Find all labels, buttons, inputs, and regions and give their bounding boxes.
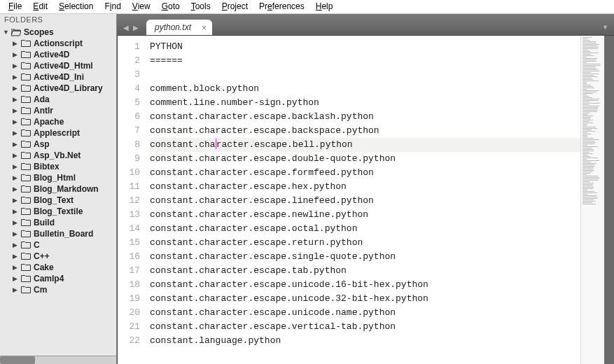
tree-item-label: Ada bbox=[34, 94, 50, 104]
menu-find[interactable]: Find bbox=[99, 0, 126, 13]
code-line[interactable]: constant.character.escape.hex.python bbox=[150, 180, 580, 194]
tree-item[interactable]: ▶Actionscript bbox=[0, 38, 116, 49]
menu-help[interactable]: Help bbox=[310, 0, 339, 13]
code-line[interactable]: constant.character.escape.unicode.32-bit… bbox=[150, 292, 580, 306]
vertical-scrollbar[interactable] bbox=[604, 36, 614, 364]
tree-item[interactable]: ▶Blog_Html bbox=[0, 172, 116, 183]
tree-item[interactable]: ▶Apache bbox=[0, 116, 116, 127]
scrollbar-thumb[interactable] bbox=[0, 356, 35, 364]
menu-goto[interactable]: Goto bbox=[156, 0, 186, 13]
tree-item[interactable]: ▶Active4D_Html bbox=[0, 60, 116, 71]
line-number: 7 bbox=[118, 124, 140, 138]
line-number: 16 bbox=[118, 250, 140, 264]
tree-item[interactable]: ▶C bbox=[0, 239, 116, 251]
folder-tree: ▼ Scopes ▶Actionscript▶Active4D▶Active4D… bbox=[0, 25, 116, 356]
tree-root-scopes[interactable]: ▼ Scopes bbox=[0, 27, 116, 38]
tree-item[interactable]: ▶Camlp4 bbox=[0, 273, 116, 284]
folder-icon bbox=[21, 218, 31, 227]
tree-item[interactable]: ▶Ada bbox=[0, 94, 116, 105]
code-line[interactable]: comment.block.python bbox=[150, 82, 580, 96]
code-line[interactable]: PYTHON bbox=[150, 40, 580, 54]
tree-item[interactable]: ▶Applescript bbox=[0, 127, 116, 139]
code-content[interactable]: PYTHON======comment.block.pythoncomment.… bbox=[146, 36, 580, 364]
menu-project[interactable]: Project bbox=[216, 0, 253, 13]
chevron-right-icon: ▶ bbox=[13, 253, 20, 260]
minimap[interactable] bbox=[580, 36, 604, 364]
chevron-right-icon: ▶ bbox=[13, 286, 20, 293]
minimap-line bbox=[582, 86, 593, 87]
minimap-line bbox=[582, 186, 593, 186]
code-line[interactable]: constant.character.escape.backspace.pyth… bbox=[150, 124, 580, 138]
minimap-line bbox=[582, 158, 598, 158]
minimap-line bbox=[582, 76, 597, 77]
chevron-right-icon: ▶ bbox=[13, 241, 20, 248]
tree-item[interactable]: ▶Asp bbox=[0, 139, 116, 150]
code-line[interactable]: constant.character.escape.vertical-tab.p… bbox=[150, 320, 580, 334]
code-line[interactable]: constant.character.escape.backlash.pytho… bbox=[150, 110, 580, 124]
code-line[interactable]: constant.character.escape.linefeed.pytho… bbox=[150, 194, 580, 208]
code-line[interactable]: constant.character.escape.unicode.name.p… bbox=[150, 306, 580, 320]
tree-item[interactable]: ▶Bibtex bbox=[0, 161, 116, 172]
nav-forward-icon[interactable]: ▶ bbox=[131, 22, 141, 32]
folder-icon bbox=[21, 95, 31, 104]
menu-selection[interactable]: Selection bbox=[53, 0, 99, 13]
tab-dropdown-icon[interactable]: ▼ bbox=[602, 24, 608, 31]
tree-item-label: Asp_Vb.Net bbox=[34, 150, 81, 160]
folder-icon bbox=[21, 62, 31, 70]
minimap-line bbox=[582, 40, 590, 41]
code-line[interactable]: constant.language.python bbox=[150, 334, 580, 348]
minimap-line bbox=[582, 51, 590, 52]
code-line[interactable]: constant.character.escape.unicode.16-bit… bbox=[150, 278, 580, 292]
chevron-down-icon: ▼ bbox=[3, 29, 10, 36]
minimap-line bbox=[582, 178, 599, 179]
minimap-line bbox=[582, 184, 593, 185]
menu-view[interactable]: View bbox=[127, 0, 156, 13]
code-line[interactable]: constant.character.escape.double-quote.p… bbox=[150, 152, 580, 166]
tree-item[interactable]: ▶Active4D_Ini bbox=[0, 71, 116, 83]
folder-open-icon bbox=[11, 28, 21, 36]
tree-item[interactable]: ▶Active4D bbox=[0, 49, 116, 60]
tree-item[interactable]: ▶Blog_Text bbox=[0, 195, 116, 206]
minimap-line bbox=[582, 148, 592, 148]
code-line[interactable] bbox=[150, 68, 580, 82]
tree-item[interactable]: ▶Cake bbox=[0, 262, 116, 273]
tree-item[interactable]: ▶Blog_Textile bbox=[0, 206, 116, 217]
tree-item[interactable]: ▶Cm bbox=[0, 284, 116, 295]
minimap-line bbox=[582, 118, 590, 119]
nav-back-icon[interactable]: ◀ bbox=[121, 22, 131, 32]
code-line[interactable]: constant.character.escape.octal.python bbox=[150, 222, 580, 236]
tree-item[interactable]: ▶Active4D_Library bbox=[0, 83, 116, 94]
code-line[interactable]: constant.character.escape.formfeed.pytho… bbox=[150, 166, 580, 180]
tree-item[interactable]: ▶Bulletin_Board bbox=[0, 228, 116, 239]
minimap-line bbox=[582, 103, 600, 104]
code-line[interactable]: constant.character.escape.return.python bbox=[150, 236, 580, 250]
minimap-line bbox=[582, 130, 592, 130]
menu-preferences[interactable]: Preferences bbox=[253, 0, 310, 13]
close-icon[interactable]: × bbox=[202, 23, 207, 33]
minimap-line bbox=[582, 159, 587, 160]
minimap-line bbox=[582, 75, 594, 76]
minimap-line bbox=[582, 89, 587, 90]
code-line[interactable]: comment.line.number-sign.python bbox=[150, 96, 580, 110]
tree-item[interactable]: ▶Antlr bbox=[0, 105, 116, 116]
menu-file[interactable]: File bbox=[3, 0, 27, 13]
text-editor[interactable]: 12345678910111213141516171819202122 PYTH… bbox=[117, 35, 614, 364]
tree-item[interactable]: ▶Build bbox=[0, 217, 116, 228]
minimap-line bbox=[582, 145, 587, 146]
tab-python-txt[interactable]: python.txt × bbox=[146, 20, 212, 35]
menu-tools[interactable]: Tools bbox=[186, 0, 216, 13]
tree-item[interactable]: ▶Blog_Markdown bbox=[0, 183, 116, 195]
sidebar-horizontal-scrollbar[interactable] bbox=[0, 356, 116, 364]
minimap-line bbox=[582, 59, 596, 60]
tree-item[interactable]: ▶Asp_Vb.Net bbox=[0, 150, 116, 161]
menu-edit[interactable]: Edit bbox=[27, 0, 53, 13]
code-line[interactable]: constant.character.escape.bell.python bbox=[150, 138, 580, 152]
code-line[interactable]: ====== bbox=[150, 54, 580, 68]
minimap-line bbox=[582, 170, 594, 171]
chevron-right-icon: ▶ bbox=[13, 230, 20, 237]
tree-item[interactable]: ▶C++ bbox=[0, 251, 116, 262]
code-line[interactable]: constant.character.escape.newline.python bbox=[150, 208, 580, 222]
minimap-line bbox=[582, 202, 592, 203]
code-line[interactable]: constant.character.escape.tab.python bbox=[150, 264, 580, 278]
code-line[interactable]: constant.character.escape.single-quote.p… bbox=[150, 250, 580, 264]
